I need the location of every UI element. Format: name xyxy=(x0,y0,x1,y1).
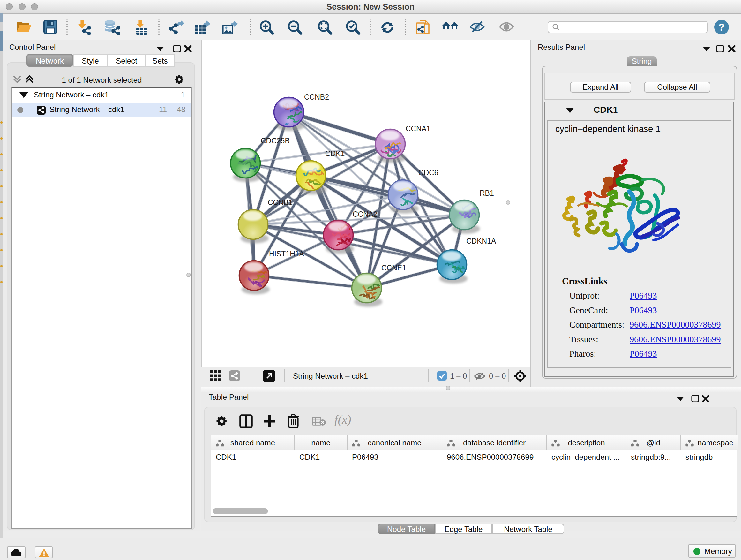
svg-text:CDC25B: CDC25B xyxy=(261,137,290,145)
svg-text:CCNA1: CCNA1 xyxy=(406,125,430,133)
svg-text:RB1: RB1 xyxy=(480,189,494,197)
svg-text:CCNB1: CCNB1 xyxy=(268,198,293,206)
svg-text:CCNE1: CCNE1 xyxy=(381,264,406,272)
svg-text:?: ? xyxy=(718,21,725,33)
svg-text:CCNB2: CCNB2 xyxy=(304,93,329,101)
svg-text:CDC6: CDC6 xyxy=(418,169,439,177)
svg-text:HIST1H1A: HIST1H1A xyxy=(269,250,305,258)
svg-text:CDK1: CDK1 xyxy=(325,149,345,158)
svg-text:CCNA2: CCNA2 xyxy=(353,210,378,219)
svg-text:CDKN1A: CDKN1A xyxy=(466,237,496,245)
